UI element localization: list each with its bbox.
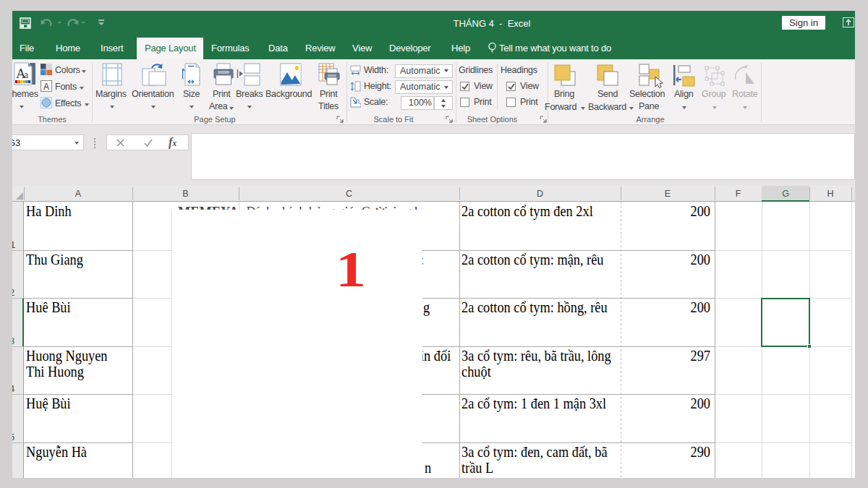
svg-text:a: a bbox=[24, 69, 29, 80]
svg-text:A: A bbox=[43, 82, 49, 92]
